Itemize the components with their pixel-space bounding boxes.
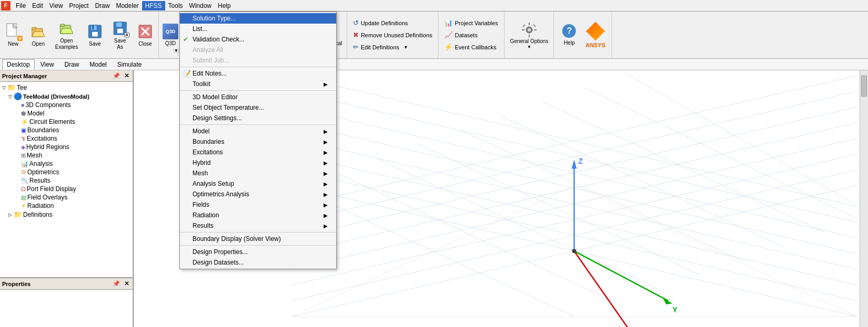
tree-item-excitations[interactable]: ↯ Excitations <box>1 134 132 143</box>
menu-item-toolkit[interactable]: Toolkit ▶ <box>180 79 336 89</box>
properties-title: Properties <box>2 281 30 287</box>
q3d-button[interactable]: Q3D Q3D ▼ <box>160 15 181 56</box>
tree-label: Boundaries <box>27 126 59 134</box>
menu-project[interactable]: Project <box>66 1 92 10</box>
menu-item-hybrid-sub[interactable]: Hybrid ▶ <box>180 157 336 168</box>
tree-item-optimetrics[interactable]: ⚙ Optimetrics <box>1 168 132 176</box>
q3d-dropdown-arrow[interactable]: ▼ <box>173 49 179 53</box>
tree-item-field-overlays[interactable]: ▤ Field Overlays <box>1 193 132 202</box>
expand-icon[interactable]: ▽ <box>7 94 13 99</box>
svg-text:Y: Y <box>672 305 678 314</box>
tree-item-tee-modal[interactable]: ▽ 🔵 TeeModal (DrivenModal) <box>1 92 132 101</box>
menu-draw[interactable]: Draw <box>92 1 113 10</box>
tab-model[interactable]: Model <box>85 59 112 70</box>
help-button[interactable]: ? Help <box>558 15 580 56</box>
datasets-button[interactable]: 📈 Datasets <box>442 29 500 40</box>
tree-label: Circuit Elements <box>29 118 75 125</box>
tree-label: Hybrid Regions <box>26 143 69 151</box>
menu-item-3d-model-editor[interactable]: 3D Model Editor <box>180 92 336 102</box>
properties-close-icon[interactable]: ✕ <box>123 280 131 288</box>
tree-item-boundaries[interactable]: ▣ Boundaries <box>1 126 132 134</box>
tree-item-results[interactable]: 📉 Results <box>1 176 132 185</box>
project-manager-panel: Project Manager 📌 ✕ ▽ 📁 Tee ▽ 🔵 TeeModal… <box>0 70 133 277</box>
event-callbacks-button[interactable]: ⚡ Event Callbacks <box>442 41 500 52</box>
menu-item-model-sub[interactable]: Model ▶ <box>180 126 336 136</box>
menu-hfss[interactable]: HFSS <box>142 1 165 10</box>
svg-marker-7 <box>60 28 73 34</box>
svg-rect-25 <box>533 24 536 27</box>
tab-desktop[interactable]: Desktop <box>2 59 35 70</box>
tree-item-mesh[interactable]: ⊞ Mesh <box>1 151 132 160</box>
tree-item-tee[interactable]: ▽ 📁 Tee <box>1 83 132 92</box>
panel-pin-icon[interactable]: 📌 <box>111 72 122 80</box>
tab-simulate[interactable]: Simulate <box>113 59 147 70</box>
menu-item-radiation-sub[interactable]: Radiation ▶ <box>180 210 336 220</box>
menu-modeler[interactable]: Modeler <box>113 1 142 10</box>
menu-item-mesh-sub[interactable]: Mesh ▶ <box>180 168 336 178</box>
menu-item-results-sub[interactable]: Results ▶ <box>180 220 336 231</box>
svg-text:Z: Z <box>578 157 583 165</box>
menu-window[interactable]: Window <box>186 1 215 10</box>
tab-draw[interactable]: Draw <box>60 59 84 70</box>
tree-item-hybrid-regions[interactable]: ◈ Hybrid Regions <box>1 143 132 151</box>
new-button[interactable]: ★ New <box>1 15 25 56</box>
properties-pin-icon[interactable]: 📌 <box>111 280 122 288</box>
tree-item-3d-components[interactable]: ■ 3D Components <box>1 101 132 109</box>
radiation-sub-arrow: ▶ <box>324 213 328 218</box>
viewport-scrollbar-v[interactable] <box>860 70 868 327</box>
expand-icon[interactable]: ▽ <box>1 85 6 90</box>
tree-item-radiation[interactable]: ☀ Radiation <box>1 202 132 210</box>
open-button[interactable]: Open <box>26 15 50 56</box>
edit-definitions-arrow[interactable]: ▼ <box>403 45 408 50</box>
tree-item-circuit-elements[interactable]: ⚡ Circuit Elements <box>1 118 132 126</box>
menu-item-design-datasets[interactable]: Design Datasets... <box>180 257 336 268</box>
panel-close-icon[interactable]: ✕ <box>123 72 131 80</box>
menu-item-analysis-setup-sub[interactable]: Analysis Setup ▶ <box>180 178 336 189</box>
edit-definitions-icon: ✏ <box>353 43 359 51</box>
project-tree: ▽ 📁 Tee ▽ 🔵 TeeModal (DrivenModal) ■ 3D … <box>0 82 133 277</box>
menu-item-optimetrics-analysis-sub[interactable]: Optimetrics Analysis ▶ <box>180 189 336 199</box>
menu-item-design-properties[interactable]: Design Properties... <box>180 247 336 257</box>
scroll-thumb[interactable] <box>861 76 867 97</box>
menu-item-boundary-display[interactable]: Boundary Display (Solver View) <box>180 234 336 244</box>
svg-point-19 <box>528 28 531 31</box>
folder-icon: 📁 <box>7 83 16 91</box>
menu-item-fields-sub[interactable]: Fields ▶ <box>180 199 336 210</box>
svg-rect-13 <box>116 22 122 27</box>
menu-view[interactable]: View <box>46 1 66 10</box>
menu-tools[interactable]: Tools <box>165 1 186 10</box>
tab-view[interactable]: View <box>36 59 59 70</box>
open-examples-button[interactable]: OpenExamples <box>51 15 82 56</box>
menu-item-design-settings[interactable]: Design Settings... <box>180 113 336 123</box>
svg-rect-20 <box>529 23 530 25</box>
general-options-arrow[interactable]: ▼ <box>527 45 531 49</box>
project-variables-button[interactable]: 📊 Project Variables <box>442 17 500 28</box>
remove-unused-definitions-button[interactable]: ✖ Remove Unused Definitions <box>350 29 435 40</box>
datasets-icon: 📈 <box>444 31 453 39</box>
menu-help[interactable]: Help <box>215 1 234 10</box>
field-icon: ▤ <box>21 194 26 201</box>
tree-label: Mesh <box>27 152 42 159</box>
tree-item-port-field-display[interactable]: ⊡ Port Field Display <box>1 185 132 193</box>
update-definitions-button[interactable]: ↺ Update Definitions <box>350 17 435 28</box>
save-button[interactable]: Save <box>83 15 107 56</box>
menu-item-set-object-temp[interactable]: Set Object Temperature... <box>180 102 336 113</box>
menu-edit[interactable]: Edit <box>29 1 46 10</box>
menu-item-boundaries-sub[interactable]: Boundaries ▶ <box>180 136 336 147</box>
tree-label: Tee <box>17 84 27 91</box>
menu-file[interactable]: File <box>13 1 29 10</box>
tree-label: Definitions <box>23 211 52 218</box>
menu-item-excitations-sub[interactable]: Excitations ▶ <box>180 147 336 157</box>
expand-icon[interactable]: ▷ <box>7 212 13 217</box>
tree-label: Excitations <box>27 135 57 142</box>
close-button[interactable]: Close <box>133 15 157 56</box>
menu-item-edit-notes[interactable]: 📝 Edit Notes... <box>180 70 336 79</box>
edit-definitions-button[interactable]: ✏ Edit Definitions ▼ <box>350 41 435 52</box>
tree-item-model[interactable]: ⬟ Model <box>1 109 132 118</box>
file-toolbar-section: ★ New Open OpenExamples <box>0 12 159 58</box>
results-icon: 📉 <box>21 177 28 184</box>
tree-item-analysis[interactable]: 📊 Analysis <box>1 160 132 168</box>
tree-item-definitions[interactable]: ▷ 📁 Definitions <box>1 210 132 219</box>
general-options-button[interactable]: General Options ▼ <box>505 12 554 59</box>
save-as-button[interactable]: A SaveAs <box>108 15 132 56</box>
